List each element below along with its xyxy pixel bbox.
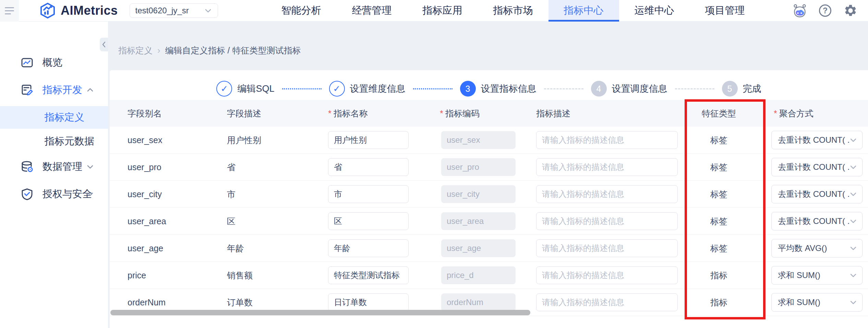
aggregation-select[interactable]: 去重计数 COUNT( ...: [771, 212, 863, 230]
metric-name-input[interactable]: [328, 158, 409, 176]
sidebar-collapse-button[interactable]: [100, 38, 108, 51]
feature-type-value: 标签: [678, 189, 760, 200]
nav-tab-5[interactable]: 运维中心: [619, 0, 690, 22]
metric-code-input: [441, 158, 516, 176]
chevron-down-icon: [849, 163, 857, 171]
field-desc-value: 订单数: [227, 297, 328, 308]
sidebar-item-overview[interactable]: 概览: [0, 52, 108, 73]
settings-gear-icon[interactable]: [843, 3, 858, 18]
field-desc-value: 省: [227, 162, 328, 173]
top-header: AIMetrics test0620_jy_sr 智能分析 经营管理 指标应用 …: [0, 0, 868, 22]
menu-toggle-button[interactable]: [0, 0, 19, 22]
step-set-dimensions[interactable]: ✓ 设置维度信息: [329, 81, 406, 97]
column-header-metric-desc: 指标描述: [530, 108, 678, 119]
chevron-down-icon: [849, 298, 857, 306]
metric-desc-input[interactable]: [536, 239, 678, 257]
chevron-down-icon: [849, 217, 857, 225]
field-desc-value: 市: [227, 189, 328, 200]
metric-desc-input[interactable]: [536, 131, 678, 149]
metric-desc-input[interactable]: [536, 293, 678, 311]
chevron-down-icon: [86, 190, 94, 198]
nav-tab-3[interactable]: 指标市场: [478, 0, 548, 22]
field-alias-value: user_age: [128, 243, 227, 253]
metric-desc-input[interactable]: [536, 266, 678, 284]
feature-type-value: 标签: [678, 162, 760, 173]
hamburger-icon: [5, 7, 14, 14]
chevron-down-icon: [849, 244, 857, 252]
field-alias-value: user_sex: [128, 135, 227, 145]
aggregation-value: 去重计数 COUNT( ...: [778, 162, 849, 173]
step-set-schedule[interactable]: 4 设置调度信息: [591, 81, 667, 97]
metric-code-input: [441, 293, 516, 311]
step-wizard: ✓ 编辑SQL ✓ 设置维度信息 3 设置指标信息 4 设置调度信息: [110, 75, 868, 102]
aggregation-select[interactable]: 平均数 AVG(): [771, 239, 863, 257]
metric-name-input[interactable]: [328, 212, 409, 230]
sidebar-item-label: 数据管理: [43, 160, 82, 174]
help-icon[interactable]: ?: [818, 3, 832, 18]
breadcrumb: 指标定义 › 编辑自定义指标 / 特征类型测试指标: [118, 45, 301, 56]
aggregation-select[interactable]: 求和 SUM(): [771, 293, 863, 312]
metric-name-input[interactable]: [328, 185, 409, 203]
logo-hexagon-icon: [39, 2, 56, 19]
sidebar-item-metric-dev[interactable]: 指标开发: [0, 80, 108, 100]
nav-tab-2[interactable]: 指标应用: [407, 0, 478, 22]
column-header-feature-type: 特征类型: [678, 108, 760, 119]
step-connector: [413, 88, 453, 89]
field-alias-value: orderNum: [128, 298, 227, 307]
metric-name-input[interactable]: [328, 293, 409, 311]
breadcrumb-parent[interactable]: 指标定义: [118, 45, 153, 56]
column-header-aggregation: *聚合方式: [760, 108, 868, 119]
horizontal-scrollbar[interactable]: [110, 310, 530, 315]
metric-desc-input[interactable]: [536, 185, 678, 203]
step-finish[interactable]: 5 完成: [722, 81, 761, 97]
project-selector[interactable]: test0620_jy_sr: [130, 3, 218, 18]
main-nav: 智能分析 经营管理 指标应用 指标市场 指标中心 运维中心 项目管理: [266, 0, 760, 22]
overview-icon: [21, 56, 34, 69]
step-check-icon: ✓: [216, 81, 232, 97]
field-alias-value: price: [128, 270, 227, 280]
aggregation-select[interactable]: 求和 SUM(): [771, 266, 863, 285]
metric-code-input: [441, 266, 516, 284]
chevron-down-icon: [849, 271, 857, 279]
nav-tab-4[interactable]: 指标中心: [548, 0, 619, 22]
step-number: 5: [722, 81, 738, 97]
column-header-metric-code: *指标编码: [427, 108, 530, 119]
ai-assistant-icon[interactable]: [793, 3, 807, 18]
chevron-down-icon: [849, 190, 857, 198]
field-desc-value: 年龄: [227, 243, 328, 254]
chevron-down-icon: [849, 136, 857, 144]
nav-tab-6[interactable]: 项目管理: [690, 0, 760, 22]
metric-code-input: [441, 212, 516, 230]
nav-tab-0[interactable]: 智能分析: [266, 0, 337, 22]
feature-type-value: 指标: [678, 270, 760, 281]
sidebar-item-data-management[interactable]: 数据管理: [0, 156, 108, 177]
sidebar-item-metric-metadata[interactable]: 指标元数据: [0, 130, 108, 153]
field-desc-value: 用户性别: [227, 135, 328, 146]
metric-desc-input[interactable]: [536, 212, 678, 230]
step-connector: [544, 88, 583, 89]
field-alias-value: user_pro: [128, 162, 227, 172]
aggregation-value: 求和 SUM(): [778, 270, 820, 281]
metric-name-input[interactable]: [328, 131, 409, 149]
nav-tab-1[interactable]: 经营管理: [337, 0, 407, 22]
metric-name-input[interactable]: [328, 239, 409, 257]
metric-code-input: [441, 131, 516, 149]
aggregation-select[interactable]: 去重计数 COUNT( ...: [771, 131, 863, 149]
aggregation-value: 求和 SUM(): [778, 297, 820, 308]
metric-name-input[interactable]: [328, 266, 409, 284]
table-body: user_sex 用户性别 标签 去重计数 COUNT( ... user_pr…: [110, 127, 868, 316]
step-set-metrics[interactable]: 3 设置指标信息: [460, 81, 537, 97]
sidebar-item-metric-definition[interactable]: 指标定义: [0, 106, 108, 129]
metric-desc-input[interactable]: [536, 158, 678, 176]
aggregation-select[interactable]: 去重计数 COUNT( ...: [771, 158, 863, 176]
main-area: 指标定义 › 编辑自定义指标 / 特征类型测试指标 ✓ 编辑SQL ✓ 设置维度…: [108, 22, 868, 328]
step-edit-sql[interactable]: ✓ 编辑SQL: [216, 81, 274, 97]
sidebar-item-auth-security[interactable]: 授权与安全: [0, 184, 108, 204]
aggregation-value: 去重计数 COUNT( ...: [778, 135, 849, 146]
chevron-up-icon: [86, 86, 94, 94]
required-icon: *: [774, 109, 777, 118]
table-row: user_sex 用户性别 标签 去重计数 COUNT( ...: [110, 127, 868, 154]
sidebar: 概览 指标开发 指标定义 指标元数据: [0, 22, 108, 328]
metric-code-input: [441, 239, 516, 257]
aggregation-select[interactable]: 去重计数 COUNT( ...: [771, 185, 863, 203]
